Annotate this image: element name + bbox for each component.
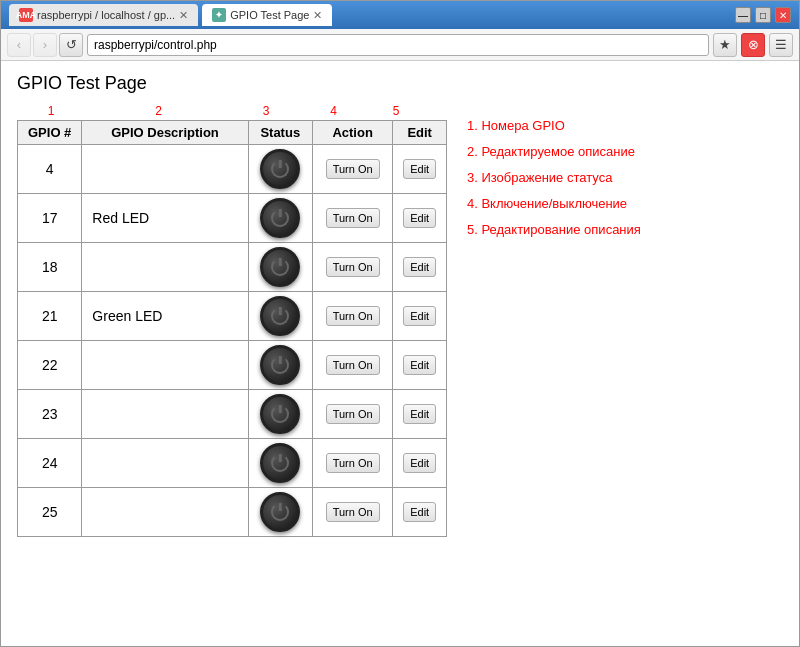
forward-button[interactable]: › [33, 33, 57, 57]
gpio-num-22: 22 [18, 341, 82, 390]
power-button-25[interactable] [260, 492, 300, 532]
col-header-edit: Edit [393, 121, 447, 145]
gpio-edit-24: Edit [393, 439, 447, 488]
col-header-action: Action [312, 121, 392, 145]
stop-button[interactable]: ⊗ [741, 33, 765, 57]
window-controls: — □ ✕ [735, 7, 791, 23]
col-header-desc: GPIO Description [82, 121, 248, 145]
tab-2[interactable]: ✦ GPIO Test Page ✕ [202, 4, 332, 26]
turnon-button-24[interactable]: Turn On [326, 453, 380, 473]
browser-window: AMA raspberrypi / localhost / gp... ✕ ✦ … [0, 0, 800, 647]
gpio-desc-24 [82, 439, 248, 488]
turnon-button-17[interactable]: Turn On [326, 208, 380, 228]
tab2-icon: ✦ [212, 8, 226, 22]
edit-button-17[interactable]: Edit [403, 208, 436, 228]
power-button-23[interactable] [260, 394, 300, 434]
gpio-status-23 [248, 390, 312, 439]
edit-button-23[interactable]: Edit [403, 404, 436, 424]
col-num-4: 4 [296, 104, 371, 118]
gpio-status-17 [248, 194, 312, 243]
table-row: 23Turn OnEdit [18, 390, 447, 439]
power-button-24[interactable] [260, 443, 300, 483]
minimize-button[interactable]: — [735, 7, 751, 23]
gpio-num-17: 17 [18, 194, 82, 243]
gpio-desc-18 [82, 243, 248, 292]
turnon-button-25[interactable]: Turn On [326, 502, 380, 522]
edit-button-24[interactable]: Edit [403, 453, 436, 473]
back-button[interactable]: ‹ [7, 33, 31, 57]
address-text: raspberrypi/control.php [94, 38, 217, 52]
edit-button-18[interactable]: Edit [403, 257, 436, 277]
turnon-button-4[interactable]: Turn On [326, 159, 380, 179]
tab1-close[interactable]: ✕ [179, 9, 188, 22]
gpio-action-4: Turn On [312, 145, 392, 194]
col-num-3: 3 [236, 104, 296, 118]
tab-1[interactable]: AMA raspberrypi / localhost / gp... ✕ [9, 4, 198, 26]
col-header-status: Status [248, 121, 312, 145]
turnon-button-21[interactable]: Turn On [326, 306, 380, 326]
bookmark-button[interactable]: ★ [713, 33, 737, 57]
col-header-gpio: GPIO # [18, 121, 82, 145]
gpio-num-18: 18 [18, 243, 82, 292]
legend-section: 1. Номера GPIO2. Редактируемое описание3… [467, 73, 783, 634]
edit-button-22[interactable]: Edit [403, 355, 436, 375]
power-button-4[interactable] [260, 149, 300, 189]
gpio-edit-25: Edit [393, 488, 447, 537]
gpio-edit-21: Edit [393, 292, 447, 341]
gpio-action-17: Turn On [312, 194, 392, 243]
table-row: 4Turn OnEdit [18, 145, 447, 194]
gpio-edit-17: Edit [393, 194, 447, 243]
edit-button-4[interactable]: Edit [403, 159, 436, 179]
power-button-17[interactable] [260, 198, 300, 238]
gpio-desc-17: Red LED [82, 194, 248, 243]
gpio-edit-22: Edit [393, 341, 447, 390]
gpio-table-section: GPIO Test Page 1 2 3 4 5 GPIO # GPIO Des… [17, 73, 447, 634]
gpio-status-21 [248, 292, 312, 341]
legend-item-2: 2. Редактируемое описание [467, 139, 783, 165]
col-num-1: 1 [21, 104, 81, 118]
reload-button[interactable]: ↺ [59, 33, 83, 57]
gpio-status-22 [248, 341, 312, 390]
turnon-button-23[interactable]: Turn On [326, 404, 380, 424]
title-bar: AMA raspberrypi / localhost / gp... ✕ ✦ … [1, 1, 799, 29]
gpio-action-21: Turn On [312, 292, 392, 341]
gpio-action-23: Turn On [312, 390, 392, 439]
gpio-status-18 [248, 243, 312, 292]
gpio-num-23: 23 [18, 390, 82, 439]
gpio-desc-25 [82, 488, 248, 537]
tab1-label: raspberrypi / localhost / gp... [37, 9, 175, 21]
table-row: 25Turn OnEdit [18, 488, 447, 537]
legend-item-5: 5. Редактирование описания [467, 217, 783, 243]
tab1-icon: AMA [19, 8, 33, 22]
edit-button-25[interactable]: Edit [403, 502, 436, 522]
tab2-close[interactable]: ✕ [313, 9, 322, 22]
legend-item-4: 4. Включение/выключение [467, 191, 783, 217]
gpio-status-24 [248, 439, 312, 488]
table-header-row: GPIO # GPIO Description Status Action Ed… [18, 121, 447, 145]
table-row: 24Turn OnEdit [18, 439, 447, 488]
tab-bar: AMA raspberrypi / localhost / gp... ✕ ✦ … [9, 4, 727, 26]
turnon-button-22[interactable]: Turn On [326, 355, 380, 375]
gpio-edit-23: Edit [393, 390, 447, 439]
turnon-button-18[interactable]: Turn On [326, 257, 380, 277]
power-button-22[interactable] [260, 345, 300, 385]
gpio-edit-18: Edit [393, 243, 447, 292]
power-button-18[interactable] [260, 247, 300, 287]
gpio-num-21: 21 [18, 292, 82, 341]
page-content: GPIO Test Page 1 2 3 4 5 GPIO # GPIO Des… [1, 61, 799, 646]
maximize-button[interactable]: □ [755, 7, 771, 23]
nav-icons: ‹ › ↺ [7, 33, 83, 57]
close-button[interactable]: ✕ [775, 7, 791, 23]
gpio-status-4 [248, 145, 312, 194]
gpio-desc-23 [82, 390, 248, 439]
table-row: 17Red LEDTurn OnEdit [18, 194, 447, 243]
gpio-edit-4: Edit [393, 145, 447, 194]
gpio-num-24: 24 [18, 439, 82, 488]
gpio-status-25 [248, 488, 312, 537]
edit-button-21[interactable]: Edit [403, 306, 436, 326]
address-bar[interactable]: raspberrypi/control.php [87, 34, 709, 56]
menu-button[interactable]: ☰ [769, 33, 793, 57]
gpio-num-25: 25 [18, 488, 82, 537]
gpio-desc-22 [82, 341, 248, 390]
power-button-21[interactable] [260, 296, 300, 336]
